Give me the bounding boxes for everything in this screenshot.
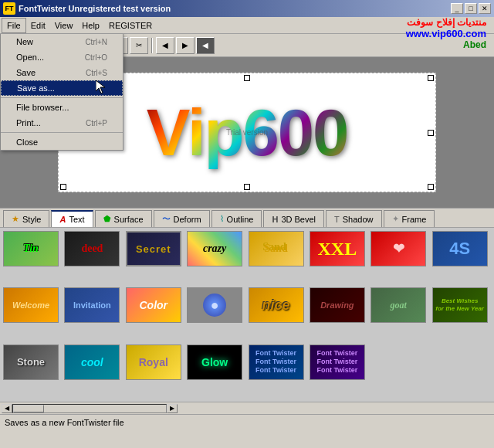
style-goat[interactable]: goat (370, 287, 426, 323)
handle-bl[interactable] (60, 184, 66, 190)
menu-save-label: Save (16, 68, 36, 77)
tab-shadow-label: Shadow (343, 215, 374, 224)
menu-new-shortcut: Ctrl+N (85, 38, 107, 46)
handle-tm[interactable] (244, 75, 250, 81)
style-icon: ★ (12, 214, 19, 224)
scroll-right-btn[interactable]: ▶ (167, 404, 178, 413)
scrollbar-area: ◀ ▶ (0, 402, 494, 414)
toolbar-btn-10[interactable]: ◀ (196, 37, 215, 54)
tab-3dbevel[interactable]: H 3D Bevel (263, 210, 324, 227)
tab-shadow[interactable]: T Shadow (326, 210, 382, 227)
style-glow[interactable]: Glow (187, 344, 242, 380)
style-color[interactable]: Color (126, 287, 181, 323)
deform-icon: 〜 (162, 213, 171, 225)
menu-view[interactable]: View (50, 18, 78, 33)
style-drawing[interactable]: Drawing (310, 287, 365, 323)
style-heart[interactable]: ❤ (370, 231, 426, 266)
file-dropdown: New Ctrl+N Open... Ctrl+O Save Ctrl+S Sa… (0, 34, 124, 151)
style-stone[interactable]: Stone (3, 344, 59, 380)
style-crazy[interactable]: crazy (187, 231, 242, 266)
style-xxl[interactable]: XXL (310, 231, 365, 266)
tab-deform[interactable]: 〜 Deform (154, 210, 210, 227)
style-bestwishes[interactable]: Best Wishesfor the New Year (432, 287, 488, 323)
tab-surface-label: Surface (114, 215, 144, 224)
style-cool[interactable]: cool (64, 344, 120, 380)
menu-item-save-as[interactable]: Save as... (1, 80, 123, 96)
tab-surface[interactable]: ⬟ Surface (95, 210, 152, 227)
title-bar: FT FontTwister Unregistered test version… (0, 0, 494, 17)
style-royal[interactable]: Royal (126, 344, 181, 380)
title-bar-left: FT FontTwister Unregistered test version (3, 2, 171, 15)
tab-frame[interactable]: ✦ Frame (384, 210, 435, 227)
menu-print-shortcut: Ctrl+P (86, 119, 107, 127)
style-nice[interactable]: nice (249, 287, 304, 323)
menu-item-new[interactable]: New Ctrl+N (1, 34, 123, 49)
toolbar-btn-9[interactable]: ▶ (176, 37, 195, 54)
tab-style-label: Style (22, 215, 41, 224)
tab-deform-label: Deform (174, 215, 201, 224)
maximize-button[interactable]: □ (465, 3, 477, 14)
menu-open-shortcut: Ctrl+O (85, 53, 107, 62)
menu-file[interactable]: File (2, 18, 26, 33)
menu-help[interactable]: Help (77, 18, 104, 33)
menu-item-file-browser[interactable]: File browser... (1, 100, 123, 115)
scroll-left-btn[interactable]: ◀ (2, 404, 12, 413)
handle-tr[interactable] (428, 75, 434, 81)
style-circle[interactable]: ● (187, 287, 242, 323)
canvas-main-text: Vip600 (147, 95, 348, 171)
handle-br[interactable] (428, 184, 434, 190)
style-tin[interactable]: Tin (3, 231, 59, 266)
style-fonttwister1[interactable]: Font TwisterFont TwisterFont Twister (249, 344, 304, 380)
tab-style[interactable]: ★ Style (3, 210, 49, 227)
title-buttons: _ □ ✕ (451, 3, 491, 14)
tab-outline[interactable]: ⌇ Outline (211, 210, 262, 227)
style-secret[interactable]: Secret (126, 231, 181, 266)
menu-item-print[interactable]: Print... Ctrl+P (1, 115, 123, 131)
menu-register[interactable]: REGISTER (104, 18, 157, 33)
menu-separator-1 (1, 97, 123, 98)
menu-print-label: Print... (16, 118, 41, 127)
menu-item-save[interactable]: Save Ctrl+S (1, 65, 123, 80)
tab-outline-label: Outline (227, 215, 254, 224)
tab-text[interactable]: A Text (51, 210, 93, 227)
menu-item-open[interactable]: Open... Ctrl+O (1, 49, 123, 65)
status-bar: Saves as a new FontTwister file (0, 414, 494, 429)
menu-separator-2 (1, 132, 123, 133)
menu-new-label: New (16, 37, 33, 46)
close-button[interactable]: ✕ (479, 3, 491, 14)
style-welcome[interactable]: Welcome (3, 287, 59, 323)
menu-save-shortcut: Ctrl+S (86, 69, 107, 77)
toolbar-btn-7[interactable]: ✂ (130, 37, 148, 54)
outline-icon: ⌇ (220, 214, 224, 224)
shadow-icon: T (334, 215, 340, 224)
tab-frame-label: Frame (402, 215, 427, 224)
menu-close-label: Close (16, 137, 38, 147)
window-title: FontTwister Unregistered test version (19, 4, 171, 13)
scrollbar-track[interactable] (12, 404, 167, 413)
frame-icon: ✦ (392, 214, 399, 224)
toolbar-btn-8[interactable]: ◀ (156, 37, 174, 54)
tabs-bar: ★ Style A Text ⬟ Surface 〜 Deform ⌇ Outl… (0, 208, 494, 228)
menu-item-close[interactable]: Close (1, 134, 123, 150)
style-sand[interactable]: Sand (249, 231, 304, 266)
tab-3dbevel-label: 3D Bevel (281, 215, 316, 224)
tab-text-label: Text (69, 215, 84, 224)
style-invitation[interactable]: Invitation (64, 287, 120, 323)
menu-bar: File Edit View Help REGISTER New Ctrl+N … (0, 17, 494, 34)
status-text: Saves as a new FontTwister file (5, 418, 124, 427)
style-fonttwister2[interactable]: Font TwisterFont TwisterFont Twister (310, 344, 365, 380)
3dbevel-icon: H (272, 215, 278, 224)
menu-save-as-label: Save as... (17, 83, 55, 93)
surface-icon: ⬟ (103, 214, 111, 224)
menu-file-browser-label: File browser... (16, 103, 69, 112)
svg-marker-0 (96, 80, 105, 93)
minimize-button[interactable]: _ (451, 3, 463, 14)
menu-edit[interactable]: Edit (26, 18, 50, 33)
style-4s[interactable]: 4S (432, 231, 488, 266)
style-deed[interactable]: deed (64, 231, 120, 266)
handle-bm[interactable] (244, 184, 250, 190)
scrollbar-thumb[interactable] (13, 405, 44, 412)
styles-grid: Tin deed Secret crazy Sand XXL ❤ 4S Welc… (0, 228, 494, 402)
app-icon: FT (3, 2, 15, 15)
handle-mr[interactable] (428, 130, 434, 136)
